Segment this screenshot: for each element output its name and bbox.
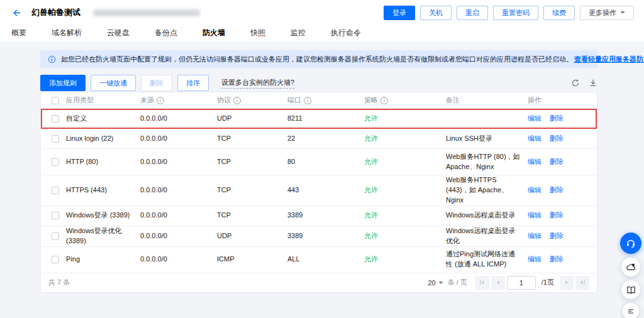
source-cell: 0.0.0.0/0 — [140, 114, 217, 124]
edit-rule-link[interactable]: 编辑 — [528, 186, 541, 194]
tab-cloud-disk[interactable]: 云硬盘 — [106, 25, 131, 43]
chevron-down-icon — [438, 282, 443, 287]
delete-rules-button[interactable]: 删除 — [141, 75, 172, 91]
headset-icon — [625, 238, 636, 249]
remark-cell: Web服务HTTPS (443)，如 Apache、Nginx — [446, 175, 528, 206]
first-page-button[interactable] — [475, 276, 489, 290]
table-row-custom-8211: 自定义 0.0.0.0/0 UDP 8211 允许 编辑 删除 — [41, 109, 597, 129]
delete-rule-link[interactable]: 删除 — [550, 211, 564, 219]
edit-rule-link[interactable]: 编辑 — [528, 255, 541, 263]
column-policy: 策略 — [364, 96, 446, 106]
delete-rule-link[interactable]: 删除 — [550, 186, 564, 194]
add-rule-button[interactable]: 添加规则 — [40, 75, 86, 91]
tab-backup[interactable]: 备份点 — [153, 25, 179, 43]
app-type-cell: Windows登录 (3389) — [66, 211, 140, 221]
port-info-icon[interactable] — [304, 97, 311, 104]
restart-button[interactable]: 重启 — [457, 6, 488, 20]
more-actions-button[interactable]: 更多操作 — [580, 6, 634, 20]
last-page-button[interactable] — [575, 276, 589, 290]
row-checkbox[interactable] — [52, 233, 59, 240]
edit-rule-link[interactable]: 编辑 — [528, 134, 541, 142]
edit-rule-link[interactable]: 编辑 — [528, 114, 541, 122]
select-all-checkbox[interactable] — [52, 97, 59, 104]
next-page-button[interactable] — [560, 276, 574, 290]
app-type-cell: HTTP (80) — [66, 157, 140, 167]
prev-page-button[interactable] — [491, 276, 505, 290]
protocol-info-icon[interactable] — [233, 97, 241, 104]
port-cell: 80 — [287, 157, 364, 167]
port-cell: 22 — [287, 134, 364, 144]
download-icon[interactable] — [589, 79, 597, 87]
column-protocol: 协议 — [217, 96, 287, 106]
list-icon — [626, 307, 635, 315]
edit-rule-link[interactable]: 编辑 — [528, 158, 541, 165]
edit-rule-link[interactable]: 编辑 — [528, 232, 541, 239]
app-type-cell: Linux login (22) — [66, 134, 140, 144]
table-row-https: HTTPS (443) 0.0.0.0/0 TCP 443 允许 Web服务HT… — [41, 175, 597, 206]
page-number-input[interactable] — [507, 276, 536, 290]
tab-monitor[interactable]: 监控 — [289, 25, 307, 43]
content-area: 如您已经在防火墙页面中配置了规则，但仍无法访问服务器端口或业务应用，建议您检测服… — [0, 43, 644, 318]
allow-all-button[interactable]: 一键放通 — [91, 75, 136, 91]
remark-cell: Windows远程桌面登录优化 — [446, 226, 528, 246]
tab-dns[interactable]: 域名解析 — [50, 25, 83, 43]
protocol-cell: TCP — [217, 211, 287, 221]
protocol-cell: TCP — [217, 134, 287, 144]
protocol-cell: TCP — [217, 185, 287, 195]
source-cell: 0.0.0.0/0 — [140, 185, 217, 195]
protocol-cell: UDP — [217, 231, 287, 241]
feedback-button[interactable] — [621, 258, 640, 277]
cloud-icon — [626, 262, 636, 273]
banner-link[interactable]: 查看轻量应用服务器防火墙与系统防火墙的区别 — [574, 55, 644, 64]
multi-instance-firewall-link[interactable]: 设置多台实例的防火墙? — [221, 78, 294, 89]
back-button[interactable] — [10, 6, 23, 19]
app-type-cell: Ping — [66, 255, 140, 265]
page-size-select[interactable]: 20 — [428, 279, 443, 287]
tab-snapshot[interactable]: 快照 — [249, 25, 267, 43]
source-cell: 0.0.0.0/0 — [140, 134, 217, 144]
policy-cell: 允许 — [364, 255, 446, 265]
tab-command[interactable]: 执行命令 — [330, 25, 362, 43]
row-checkbox[interactable] — [52, 135, 59, 143]
policy-cell: 允许 — [364, 114, 446, 124]
delete-rule-link[interactable]: 删除 — [550, 255, 564, 263]
source-info-icon[interactable] — [157, 97, 164, 104]
survey-button[interactable] — [623, 303, 639, 318]
documentation-button[interactable] — [621, 280, 640, 299]
row-checkbox[interactable] — [52, 115, 59, 123]
delete-rule-link[interactable]: 删除 — [550, 158, 564, 165]
header-actions: 登录 关机 重启 重置密码 续费 更多操作 — [384, 6, 634, 20]
row-checkbox[interactable] — [52, 187, 59, 194]
firewall-toolbar: 添加规则 一键放通 删除 排序 设置多台实例的防火墙? — [40, 74, 597, 92]
shutdown-button[interactable]: 关机 — [420, 6, 452, 20]
top-bar: 幻兽帕鲁测试 登录 关机 重启 重置密码 续费 更多操作 — [0, 0, 644, 25]
delete-rule-link[interactable]: 删除 — [550, 114, 564, 122]
table-footer: 共 7 条 20 条 / 页 /1页 — [41, 273, 597, 292]
refresh-icon[interactable] — [571, 79, 580, 87]
delete-rule-link[interactable]: 删除 — [550, 134, 564, 142]
banner-text: 如您已经在防火墙页面中配置了规则，但仍无法访问服务器端口或业务应用，建议您检测服… — [61, 55, 573, 64]
row-checkbox[interactable] — [52, 212, 59, 219]
edit-rule-link[interactable]: 编辑 — [528, 211, 541, 219]
info-banner: 如您已经在防火墙页面中配置了规则，但仍无法访问服务器端口或业务应用，建议您检测服… — [40, 50, 597, 68]
tab-overview[interactable]: 概要 — [10, 25, 28, 43]
tab-firewall[interactable]: 防火墙 — [201, 25, 226, 45]
port-cell: 443 — [287, 185, 364, 195]
row-checkbox[interactable] — [52, 256, 59, 263]
source-cell: 0.0.0.0/0 — [140, 211, 217, 221]
login-button[interactable]: 登录 — [384, 6, 415, 20]
delete-rule-link[interactable]: 删除 — [550, 232, 564, 239]
sort-button[interactable]: 排序 — [177, 75, 209, 91]
customer-service-button[interactable] — [620, 233, 641, 254]
table-row-http: HTTP (80) 0.0.0.0/0 TCP 80 允许 Web服务HTTP … — [41, 149, 597, 175]
source-cell: 0.0.0.0/0 — [140, 157, 217, 167]
more-actions-label: 更多操作 — [589, 8, 616, 18]
remark-cell: Linux SSH登录 — [446, 134, 528, 144]
app-type-cell: 自定义 — [66, 114, 140, 124]
reset-password-button[interactable]: 重置密码 — [493, 6, 538, 20]
remark-cell: 通过Ping测试网络连通性 (放通 ALL ICMP) — [446, 249, 528, 270]
policy-cell: 允许 — [364, 211, 446, 221]
row-checkbox[interactable] — [52, 158, 59, 166]
renew-button[interactable]: 续费 — [543, 6, 575, 20]
policy-info-icon[interactable] — [380, 97, 388, 104]
